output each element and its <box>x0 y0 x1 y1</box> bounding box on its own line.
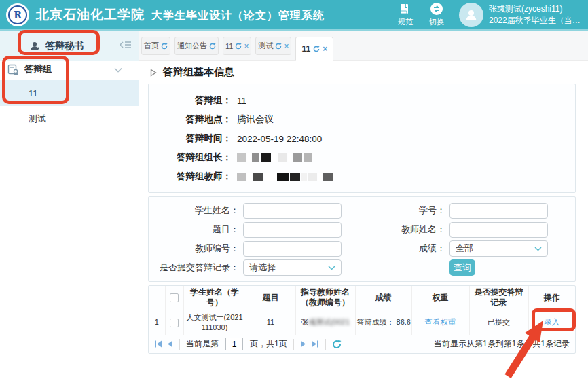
tab-notices[interactable]: 通知公告 <box>174 37 219 55</box>
submitted-label: 是否提交答辩记录： <box>149 261 239 274</box>
info-label: 答辩组： <box>149 94 232 107</box>
cell-submitted: 已提交 <box>469 310 528 335</box>
school-logo: R <box>6 3 29 26</box>
student-id-input[interactable] <box>449 203 548 219</box>
score-select[interactable]: 全部 <box>449 240 548 257</box>
prev-page-button[interactable] <box>167 340 173 348</box>
col-weight: 权重 <box>411 286 469 310</box>
cell-score: 答辩成绩： 86.6 <box>355 310 411 335</box>
switch-icon <box>430 2 443 16</box>
triangle-icon <box>150 69 157 77</box>
user-name: 张彧测试(zyceshi11) <box>489 3 588 15</box>
select-all-header <box>165 286 183 310</box>
teacher-name-label: 教师姓名： <box>342 223 445 236</box>
info-row: 答辩组： 11 <box>149 91 575 110</box>
tree-item-test[interactable]: 测试 <box>0 106 139 132</box>
student-name-input[interactable] <box>243 203 342 219</box>
topic-input[interactable] <box>243 222 342 238</box>
pager-prefix: 当前是第 <box>186 338 219 350</box>
results-table-panel: 学生姓名（学号） 题目 指导教师姓名（教师编号） 成绩 权重 是否提交答辩记录 … <box>148 285 576 354</box>
submitted-select-value: 请选择 <box>249 261 276 274</box>
tab-11-b-active[interactable]: 11 × <box>295 37 333 61</box>
reload-icon[interactable] <box>332 340 342 349</box>
tab-label: 通知公告 <box>177 41 207 51</box>
table-row: 1 人文测试一(2021 111030) 11 张彧测试(0021 答辩成绩： … <box>149 310 575 335</box>
chevron-down-icon <box>114 65 122 75</box>
info-label: 答辩地点： <box>149 113 232 126</box>
page-number-input[interactable] <box>225 338 243 350</box>
tree-item-label: 11 <box>29 88 38 98</box>
system-name: 大学生毕业设计（论文）管理系统 <box>151 10 325 21</box>
info-panel: 答辩组： 11 答辩地点： 腾讯会议 答辩时间： 2022-05-19 22:4… <box>148 84 576 193</box>
topic-label: 题目： <box>149 223 239 236</box>
tab-test[interactable]: 测试 × <box>255 37 291 55</box>
chevron-down-icon <box>328 266 335 270</box>
info-row: 答辩地点： 腾讯会议 <box>149 110 575 129</box>
role-person-icon <box>30 41 41 52</box>
close-icon[interactable]: × <box>323 45 327 53</box>
standards-button[interactable]: 规范 <box>398 2 413 27</box>
user-info[interactable]: 张彧测试(zyceshi11) 2022届秋季毕业生（当… <box>489 3 588 26</box>
sidebar-collapse-button[interactable] <box>119 39 132 53</box>
switch-button[interactable]: 切换 <box>429 2 444 27</box>
tree-group-label: 答辩组 <box>24 63 52 75</box>
role-button[interactable]: 答辩秘书 <box>30 40 84 52</box>
col-topic: 题目 <box>246 286 295 310</box>
user-cohort: 2022届秋季毕业生（当… <box>489 15 588 26</box>
teacher-id-label: 教师编号： <box>149 242 239 255</box>
tree-item-11[interactable]: 11 <box>0 80 139 106</box>
tab-label: 11 <box>225 42 233 50</box>
tab-bar: 首页 通知公告 11 × 测试 × 11 <box>139 31 588 61</box>
teacher-id-input[interactable] <box>243 241 342 257</box>
cell-teacher: 张彧测试(0021 <box>295 310 355 335</box>
tree-group-defense[interactable]: 答辩组 <box>0 61 139 77</box>
submitted-select[interactable]: 请选择 <box>243 259 342 276</box>
app-title: 北京石油化工学院大学生毕业设计（论文）管理系统 <box>36 6 325 24</box>
user-avatar[interactable] <box>459 3 483 27</box>
person-icon <box>464 7 479 22</box>
last-page-button[interactable] <box>310 340 319 348</box>
info-label: 答辩组教师： <box>149 170 232 183</box>
school-logo-emblem: R <box>8 5 27 24</box>
first-page-button[interactable] <box>154 340 163 348</box>
query-button[interactable]: 查询 <box>449 259 475 276</box>
results-table: 学生姓名（学号） 题目 指导教师姓名（教师编号） 成绩 权重 是否提交答辩记录 … <box>149 286 575 335</box>
page: R 北京石油化工学院大学生毕业设计（论文）管理系统 规范 切换 <box>0 0 588 381</box>
info-row: 答辩组教师： <box>149 167 575 186</box>
tab-home[interactable]: 首页 <box>141 37 170 55</box>
collapse-icon <box>119 39 132 50</box>
col-submitted: 是否提交答辩记录 <box>469 286 528 310</box>
redacted-teacher-names <box>237 173 334 181</box>
switch-label: 切换 <box>429 17 444 27</box>
teacher-name-input[interactable] <box>449 222 548 238</box>
refresh-icon[interactable] <box>209 43 216 50</box>
view-weight-link[interactable]: 查看权重 <box>425 318 456 326</box>
row-checkbox[interactable] <box>170 319 179 327</box>
info-value: 2022-05-19 22:48:00 <box>237 134 322 144</box>
info-row: 答辩时间： 2022-05-19 22:48:00 <box>149 129 575 148</box>
select-all-checkbox[interactable] <box>170 293 179 302</box>
refresh-icon[interactable] <box>161 43 168 50</box>
pagination-bar: 当前是第 页，共1页 当前显 <box>149 335 575 353</box>
refresh-icon[interactable] <box>275 43 282 50</box>
next-page-button[interactable] <box>300 340 306 348</box>
close-icon[interactable]: × <box>284 42 289 50</box>
close-icon[interactable]: × <box>244 42 249 50</box>
tab-11-a[interactable]: 11 × <box>223 37 251 55</box>
refresh-icon[interactable] <box>313 46 320 52</box>
col-student: 学生姓名（学号） <box>183 286 246 310</box>
standards-label: 规范 <box>398 17 413 27</box>
rownum-header <box>149 286 165 310</box>
tab-label: 测试 <box>258 41 273 51</box>
school-name: 北京石油化工学院 <box>36 7 145 22</box>
info-value: 11 <box>237 96 246 106</box>
enter-score-link[interactable]: 录入 <box>544 318 559 326</box>
role-label: 答辩秘书 <box>45 40 84 52</box>
sidebar: 答辩秘书 答辩组 <box>0 31 139 380</box>
info-label: 答辩时间： <box>149 132 232 145</box>
redacted-leader-name <box>237 153 314 162</box>
info-value: 腾讯会议 <box>237 113 274 126</box>
refresh-icon[interactable] <box>235 43 242 50</box>
score-select-value: 全部 <box>456 242 473 255</box>
col-teacher: 指导教师姓名（教师编号） <box>295 286 355 310</box>
